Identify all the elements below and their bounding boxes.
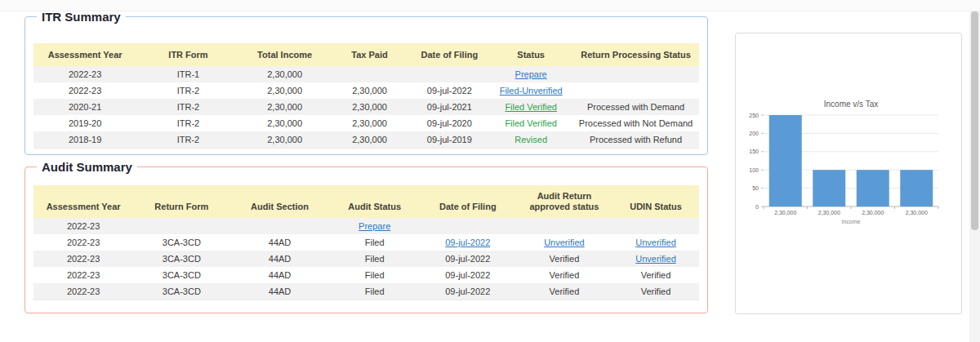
cell-itr-form: ITR-2 — [136, 99, 239, 115]
bar — [769, 115, 802, 207]
cell-date-of-filing: 09-jul-2022 — [420, 234, 516, 251]
cell-audit-return-approved-status: Verified — [516, 267, 612, 283]
cell-return-form: 3CA-3CD — [133, 251, 229, 267]
column-header-audit-status: Audit Status — [330, 185, 420, 218]
09-jul-2022-link[interactable]: 09-jul-2022 — [445, 238, 490, 247]
unverified-link[interactable]: Unverified — [635, 254, 676, 264]
cell-audit-section: 44AD — [229, 267, 329, 283]
cell-audit-section — [229, 218, 329, 234]
audit-summary-panel: Audit Summary Assessment YearReturn Form… — [24, 160, 708, 313]
header-row: Assessment YearReturn FormAudit SectionA… — [33, 185, 699, 218]
table-row: 2022-23ITR-22,30,0002,30,00009-jul-2022F… — [33, 82, 699, 99]
table-row: 2019-20ITR-22,30,0002,30,00009-jul-2020F… — [33, 115, 699, 131]
filed-unverified-link[interactable]: Filed-Unverified — [500, 86, 563, 95]
table-row: 2022-233CA-3CD44ADFiled09-jul-2022Verifi… — [33, 251, 699, 267]
column-header-itr-form: ITR Form — [136, 43, 239, 66]
cell-tax-paid: 2,30,000 — [330, 131, 410, 149]
revised-status: Revised — [514, 135, 547, 144]
cell-date-of-filing: 09-jul-2021 — [409, 99, 489, 115]
header-row: Assessment YearITR FormTotal IncomeTax P… — [33, 43, 699, 66]
cell-assessment-year: 2022-23 — [33, 218, 133, 234]
itr-summary-table: Assessment YearITR FormTotal IncomeTax P… — [33, 43, 699, 149]
x-axis-title: Income — [842, 219, 861, 224]
cell-status: Filed-Unverified — [489, 82, 572, 99]
cell-date-of-filing: 09-jul-2022 — [409, 82, 489, 99]
cell-return-processing-status: Processed with Demand — [572, 99, 699, 115]
chart-title: Income v/s Tax — [824, 100, 879, 109]
column-header-status: Status — [489, 43, 572, 66]
cell-audit-section: 44AD — [229, 283, 329, 300]
column-header-assessment-year: Assessment Year — [33, 185, 133, 218]
cell-total-income: 2,30,000 — [240, 66, 330, 82]
cell-udin-status: Verified — [612, 267, 699, 283]
table-row: 2022-233CA-3CD44ADFiled09-jul-2022Unveri… — [33, 234, 699, 251]
unverified-link[interactable]: Unverified — [635, 238, 676, 247]
audit-table-header: Assessment YearReturn FormAudit SectionA… — [33, 185, 699, 218]
prepare-link[interactable]: Prepare — [359, 221, 390, 231]
cell-audit-section: 44AD — [229, 251, 329, 267]
cell-total-income: 2,30,000 — [240, 115, 330, 131]
cell-assessment-year: 2022-23 — [33, 267, 133, 283]
bar — [857, 170, 889, 207]
filed-verified-status: Filed Verified — [505, 118, 557, 128]
cell-assessment-year: 2022-23 — [33, 251, 133, 267]
unverified-link[interactable]: Unverified — [544, 238, 585, 247]
prepare-link[interactable]: Prepare — [515, 69, 547, 79]
cell-date-of-filing — [409, 66, 489, 82]
cell-audit-status: Filed — [330, 251, 420, 267]
cell-date-of-filing — [420, 218, 516, 234]
page-scrollbar-track[interactable] — [969, 11, 980, 342]
cell-itr-form: ITR-2 — [136, 115, 239, 131]
y-tick-label: 250 — [749, 113, 759, 118]
cell-date-of-filing: 09-jul-2022 — [420, 251, 516, 267]
cell-date-of-filing: 09-jul-2022 — [420, 283, 516, 300]
table-row: 2018-19ITR-22,30,0002,30,00009-jul-2019R… — [33, 131, 699, 149]
column-header-date-of-filing: Date of Filing — [420, 185, 516, 218]
cell-status: Revised — [489, 131, 572, 149]
cell-tax-paid: 2,30,000 — [330, 115, 410, 131]
table-row: 2022-23ITR-12,30,000Prepare — [33, 66, 699, 82]
cell-total-income: 2,30,000 — [240, 131, 330, 149]
column-header-total-income: Total Income — [240, 43, 330, 66]
cell-return-form: 3CA-3CD — [133, 234, 229, 251]
cell-tax-paid: 2,30,000 — [330, 82, 410, 99]
cell-return-processing-status: Processed with Not Demand — [572, 115, 699, 131]
filed-verified-link[interactable]: Filed Verified — [505, 102, 557, 112]
x-tick-label: 2,30,000 — [906, 210, 928, 215]
cell-return-processing-status — [572, 82, 699, 99]
column-header-udin-status: UDIN Status — [612, 185, 699, 218]
cell-audit-status: Filed — [330, 283, 420, 300]
income-vs-tax-chart: 0501001502002502,30,0002,30,0002,30,0002… — [736, 33, 961, 313]
cell-total-income: 2,30,000 — [240, 82, 330, 99]
table-row: 2020-21ITR-22,30,0002,30,00009-jul-2021F… — [33, 99, 699, 115]
cell-assessment-year: 2020-21 — [33, 99, 136, 115]
column-header-audit-section: Audit Section — [229, 185, 329, 218]
table-row: 2022-233CA-3CD44ADFiled09-jul-2022Verifi… — [33, 283, 699, 300]
cell-udin-status — [612, 218, 699, 234]
cell-itr-form: ITR-1 — [136, 66, 239, 82]
column-header-tax-paid: Tax Paid — [330, 43, 410, 66]
cell-udin-status: Unverified — [612, 251, 699, 267]
audit-summary-table: Assessment YearReturn FormAudit SectionA… — [33, 185, 699, 300]
cell-date-of-filing: 09-jul-2020 — [409, 115, 489, 131]
cell-date-of-filing: 09-jul-2022 — [420, 267, 516, 283]
cell-status: Prepare — [489, 66, 572, 82]
cell-return-processing-status — [572, 66, 699, 82]
cell-audit-return-approved-status: Unverified — [516, 234, 612, 251]
cell-udin-status: Verified — [612, 283, 699, 300]
cell-return-form: 3CA-3CD — [133, 283, 229, 300]
page-scrollbar-thumb[interactable] — [971, 11, 978, 230]
cell-audit-status: Prepare — [330, 218, 420, 234]
cell-audit-return-approved-status: Verified — [516, 283, 612, 300]
cell-itr-form: ITR-2 — [136, 131, 239, 149]
table-row: 2022-23Prepare — [33, 218, 699, 234]
audit-summary-title: Audit Summary — [37, 160, 137, 174]
cell-audit-section: 44AD — [229, 234, 329, 251]
cell-assessment-year: 2022-23 — [33, 283, 133, 300]
x-tick-label: 2,30,000 — [862, 210, 884, 215]
cell-audit-return-approved-status: Verified — [516, 251, 612, 267]
cell-tax-paid: 2,30,000 — [330, 99, 410, 115]
cell-tax-paid — [330, 66, 410, 82]
x-tick-label: 2,30,000 — [774, 210, 796, 215]
cell-itr-form: ITR-2 — [136, 82, 239, 99]
